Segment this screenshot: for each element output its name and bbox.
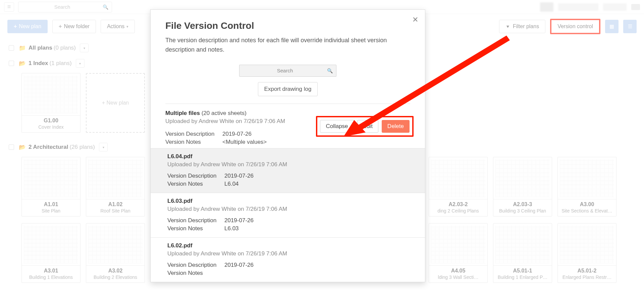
modal-search-input[interactable]: Search [239, 65, 336, 77]
summary-vd-label: Version Description [165, 131, 222, 137]
file-uploaded: Uploaded by Andrew White on 7/26/19 7:06… [167, 161, 408, 168]
file-vn-value: L6.03 [224, 225, 408, 232]
summary-files-label: Multiple files [165, 110, 200, 116]
file-name: L6.04.pdf [167, 153, 408, 160]
file-vn-value: L6.04 [224, 181, 408, 187]
file-vn-value [224, 270, 408, 277]
modal-title: File Version Control [165, 20, 410, 31]
modal-search-placeholder: Search [243, 68, 327, 73]
file-list: L6.04.pdfUploaded by Andrew White on 7/2… [151, 148, 425, 282]
delete-button[interactable]: Delete [382, 120, 410, 133]
file-vd-label: Version Description [167, 173, 224, 179]
modal-description: The version description and notes for ea… [165, 36, 410, 55]
file-vn-label: Version Notes [167, 270, 224, 277]
close-icon: ✕ [412, 15, 418, 24]
file-version-item[interactable]: L6.03.pdfUploaded by Andrew White on 7/2… [151, 193, 425, 237]
file-vn-label: Version Notes [167, 225, 224, 232]
file-vd-value: 2019-07-26 [224, 217, 408, 224]
summary-vn-value: <Multiple values> [222, 139, 410, 145]
file-version-item[interactable]: L6.04.pdfUploaded by Andrew White on 7/2… [151, 148, 425, 193]
file-vd-value: 2019-07-26 [224, 262, 408, 268]
search-icon [327, 68, 333, 73]
modal-close-button[interactable]: ✕ [410, 15, 420, 24]
file-uploaded: Uploaded by Andrew White on 7/26/19 7:06… [167, 250, 408, 257]
summary-files-count: (20 active sheets) [202, 110, 247, 116]
file-vd-value: 2019-07-26 [224, 173, 408, 179]
file-name: L6.03.pdf [167, 198, 408, 204]
export-drawing-log-button[interactable]: Export drawing log [258, 82, 318, 96]
summary-vn-label: Version Notes [165, 139, 222, 145]
file-uploaded: Uploaded by Andrew White on 7/26/19 7:06… [167, 206, 408, 212]
collapse-button[interactable]: Collapse [320, 120, 354, 133]
export-drawing-log-label: Export drawing log [264, 86, 312, 93]
version-summary: Multiple files (20 active sheets) Upload… [151, 104, 425, 148]
file-vd-label: Version Description [167, 217, 224, 224]
file-vn-label: Version Notes [167, 181, 224, 187]
version-control-modal: ✕ File Version Control The version descr… [150, 9, 425, 282]
file-name: L6.02.pdf [167, 242, 408, 249]
file-vd-label: Version Description [167, 262, 224, 268]
edit-button[interactable]: Edit [357, 120, 378, 133]
file-version-item[interactable]: L6.02.pdfUploaded by Andrew White on 7/2… [151, 237, 425, 282]
summary-actions-highlight: Collapse Edit Delete [316, 116, 414, 137]
